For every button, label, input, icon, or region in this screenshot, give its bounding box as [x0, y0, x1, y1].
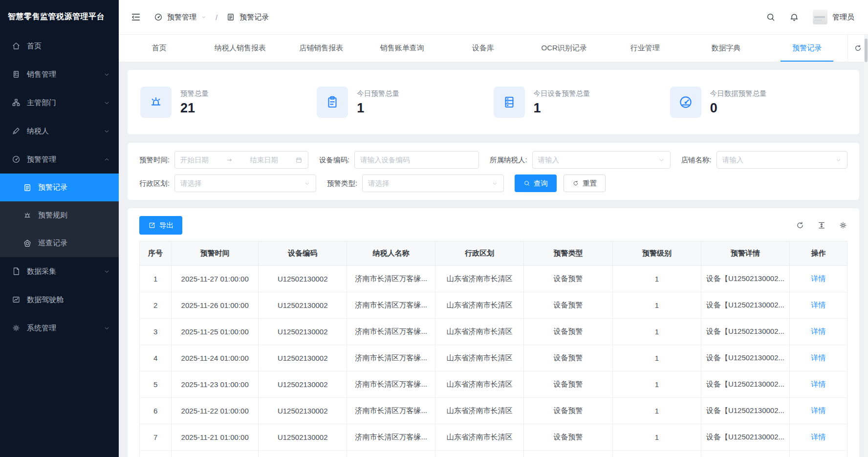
- table-cell: 1: [612, 266, 701, 292]
- page-scrollbar-thumb[interactable]: [865, 39, 868, 62]
- breadcrumb-parent[interactable]: 预警管理: [154, 13, 207, 22]
- stat-value: 0: [710, 101, 767, 116]
- sidebar-item-gauge[interactable]: 预警管理: [0, 145, 119, 174]
- sidebar-subitem-label: 预警记录: [38, 183, 67, 192]
- tab-3[interactable]: 店铺销售报表: [281, 35, 362, 62]
- tab-6[interactable]: OCR识别记录: [523, 35, 605, 62]
- table-cell: 4: [140, 345, 172, 371]
- filter-alert-type: 预警类型: 请选择: [327, 174, 504, 192]
- settings-gear-icon[interactable]: [839, 221, 847, 230]
- detail-link[interactable]: 详情: [811, 327, 825, 335]
- search-icon[interactable]: [766, 12, 776, 22]
- taxpayer-select[interactable]: 请输入: [532, 151, 671, 169]
- tab-5[interactable]: 设备库: [443, 35, 524, 62]
- table-cell: 2025-11-23 01:00:00: [172, 371, 259, 398]
- tab-label: 数据字典: [709, 35, 744, 62]
- org-icon: [12, 98, 21, 107]
- tab-label: 首页: [149, 35, 170, 62]
- sidebar-item-org[interactable]: 主管部门: [0, 88, 119, 117]
- tab-7[interactable]: 行业管理: [605, 35, 686, 62]
- table-cell: 6: [140, 398, 172, 424]
- detail-link[interactable]: 详情: [811, 301, 825, 309]
- stat-value: 1: [357, 101, 399, 116]
- stat-label: 今日设备预警总量: [534, 89, 590, 98]
- sidebar-item-taxpayer[interactable]: 纳税人: [0, 117, 119, 145]
- filter-region: 行政区划: 请选择: [139, 174, 316, 192]
- sidebar-subitem-doc[interactable]: 预警记录: [0, 174, 119, 201]
- table-cell: 1: [612, 424, 701, 451]
- sidebar-item-label: 首页: [27, 42, 42, 51]
- breadcrumb-current: 预警记录: [226, 13, 269, 22]
- chevron-down-icon: [304, 180, 310, 187]
- filter-panel: 预警时间: 开始日期 结束日期 设备编码:: [128, 143, 859, 200]
- tab-2[interactable]: 纳税人销售报表: [200, 35, 281, 62]
- app-title: 智慧零售监管税源管理平台: [0, 0, 119, 32]
- tab-1[interactable]: 首页: [119, 35, 200, 62]
- table-cell: 设备预警: [524, 398, 613, 424]
- table-cell: 设备【U12502130002...: [701, 266, 789, 292]
- table-cell: 1: [612, 345, 701, 371]
- table-cell: 1: [140, 266, 172, 292]
- column-header: 预警类型: [524, 241, 613, 266]
- user-menu[interactable]: 管理员: [813, 10, 854, 24]
- table-cell: 济南市长清区万客缘...: [347, 371, 435, 398]
- chevron-down-icon: [658, 157, 665, 163]
- tab-label: 纳税人销售报表: [212, 35, 269, 62]
- shop-select[interactable]: 请输入: [716, 151, 847, 169]
- sidebar-submenu: 预警记录预警规则巡查记录: [0, 174, 119, 257]
- alert-type-select[interactable]: 请选择: [362, 174, 504, 192]
- bell-icon[interactable]: [789, 12, 799, 22]
- table-cell: 济南市长清区万客缘...: [347, 451, 435, 457]
- header-actions: 管理员: [766, 10, 854, 24]
- tab-8[interactable]: 数据字典: [686, 35, 767, 62]
- start-date-placeholder: 开始日期: [180, 155, 209, 165]
- sidebar-subitem-label: 预警规则: [38, 211, 67, 220]
- tabs: 首页纳税人销售报表店铺销售报表销售账单查询设备库OCR识别记录行业管理数据字典预…: [119, 35, 847, 62]
- sidebar: 智慧零售监管税源管理平台 首页销售管理主管部门纳税人预警管理预警记录预警规则巡查…: [0, 0, 119, 457]
- region-label: 行政区划:: [139, 179, 170, 188]
- table-cell: 8: [140, 451, 172, 457]
- sidebar-item-file[interactable]: 数据采集: [0, 257, 119, 285]
- doc-icon: [23, 183, 32, 192]
- sidebar-item-home[interactable]: 首页: [0, 32, 119, 60]
- sidebar-item-cockpit[interactable]: 数据驾驶舱: [0, 285, 119, 314]
- detail-link[interactable]: 详情: [811, 353, 825, 362]
- row-height-icon[interactable]: [817, 221, 826, 230]
- reset-button[interactable]: 重置: [564, 174, 606, 192]
- table-cell: 1: [612, 398, 701, 424]
- refresh-icon[interactable]: [796, 221, 804, 230]
- tab-4[interactable]: 销售账单查询: [362, 35, 443, 62]
- region-select[interactable]: 请选择: [174, 174, 316, 192]
- search-button[interactable]: 查询: [515, 174, 557, 192]
- table-cell: 2025-11-27 01:00:00: [172, 266, 259, 292]
- alert-table: 序号预警时间设备编码纳税人名称行政区划预警类型预警级别预警详情操作 12025-…: [139, 241, 847, 457]
- device-code-label: 设备编码:: [319, 155, 349, 165]
- sidebar-item-label: 主管部门: [27, 98, 56, 108]
- chevron-down-icon: [104, 325, 110, 331]
- detail-link[interactable]: 详情: [811, 406, 825, 414]
- export-button-label: 导出: [159, 221, 174, 230]
- table-cell: 济南市长清区万客缘...: [347, 292, 435, 319]
- filter-taxpayer: 所属纳税人: 请输入: [490, 151, 671, 169]
- detail-link[interactable]: 详情: [811, 274, 825, 283]
- sidebar-subitem-label: 巡查记录: [38, 239, 67, 248]
- detail-link[interactable]: 详情: [811, 433, 825, 441]
- gear-icon: [12, 324, 21, 332]
- device-code-input[interactable]: [360, 156, 473, 164]
- sidebar-item-sales[interactable]: 销售管理: [0, 60, 119, 88]
- table-cell: U12502130002: [259, 398, 347, 424]
- detail-link[interactable]: 详情: [811, 380, 825, 388]
- menu-fold-icon[interactable]: [130, 12, 141, 22]
- date-range-input[interactable]: 开始日期 结束日期: [174, 151, 308, 169]
- file-icon: [12, 267, 21, 276]
- table-row: 62025-11-22 01:00:00U12502130002济南市长清区万客…: [140, 398, 847, 424]
- alert-type-label: 预警类型:: [327, 179, 357, 188]
- export-button[interactable]: 导出: [139, 216, 182, 235]
- breadcrumb-separator: /: [216, 13, 217, 22]
- tab-9[interactable]: 预警记录: [766, 35, 847, 62]
- tab-label: 行业管理: [628, 35, 663, 62]
- sidebar-item-gear[interactable]: 系统管理: [0, 314, 119, 342]
- sidebar-subitem-siren[interactable]: 预警规则: [0, 201, 119, 229]
- sidebar-subitem-badge[interactable]: 巡查记录: [0, 229, 119, 257]
- table-cell: 2025-11-24 01:00:00: [172, 345, 259, 371]
